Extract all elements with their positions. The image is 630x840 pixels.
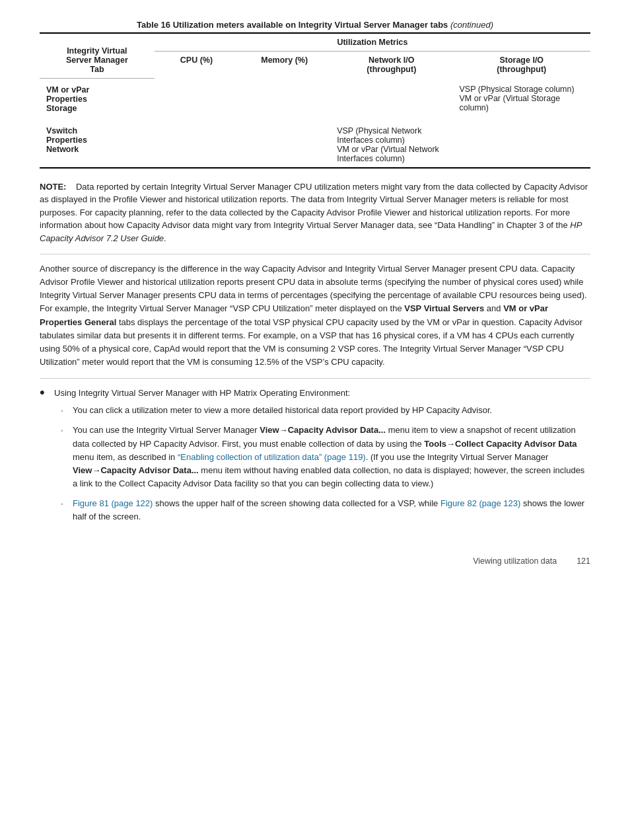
- col-header-memory: Memory (%): [238, 52, 330, 79]
- table-row: VswitchPropertiesNetwork VSP (Physical N…: [40, 117, 590, 168]
- bold-tools-collect: Tools→Collect Capacity Advisor Data: [424, 439, 577, 449]
- col-header-cpu: CPU (%): [155, 52, 238, 79]
- footer-section-label: Viewing utilization data: [473, 556, 557, 566]
- section-divider-2: [40, 378, 590, 379]
- row-memory: [238, 78, 330, 117]
- link-figure-81[interactable]: Figure 81 (page 122): [73, 498, 153, 508]
- note-text: Data reported by certain Integrity Virtu…: [40, 182, 588, 243]
- sub-bullet-content-3: Figure 81 (page 122) shows the upper hal…: [73, 497, 590, 523]
- row-cpu: [155, 78, 238, 117]
- bullet-main-text: Using Integrity Virtual Server Manager w…: [54, 388, 350, 398]
- page-footer: Viewing utilization data 121: [40, 556, 590, 566]
- table-title: Table 16 Utilization meters available on…: [40, 20, 590, 30]
- col-header-tab: Integrity VirtualServer ManagerTab: [40, 33, 155, 78]
- row-tab-label: VM or vParPropertiesStorage: [40, 78, 155, 117]
- sub-bullet-dot-3: ◦: [61, 499, 73, 510]
- sub-bullet-list: ◦ You can click a utilization meter to v…: [54, 404, 590, 523]
- bullet-item: • Using Integrity Virtual Server Manager…: [40, 387, 590, 530]
- section-divider: [40, 254, 590, 254]
- bullet-section: • Using Integrity Virtual Server Manager…: [40, 387, 590, 530]
- row-tab-label: VswitchPropertiesNetwork: [40, 117, 155, 168]
- row-storage: VSP (Physical Storage column)VM or vPar …: [452, 78, 590, 117]
- row-cpu: [155, 117, 238, 168]
- bullet-content: Using Integrity Virtual Server Manager w…: [54, 387, 590, 530]
- col-header-storage: Storage I/O(throughput): [452, 52, 590, 79]
- bold-view-capacity: View→Capacity Advisor Data...: [260, 425, 386, 435]
- sub-bullet-item-3: ◦ Figure 81 (page 122) shows the upper h…: [61, 497, 590, 523]
- link-enabling-collection[interactable]: “Enabling collection of utilization data…: [178, 452, 366, 462]
- table-title-text: Table 16 Utilization meters available on…: [137, 20, 448, 30]
- col-header-utilization-group: Utilization Metrics: [155, 33, 590, 52]
- sub-bullet-item-1: ◦ You can click a utilization meter to v…: [61, 404, 590, 417]
- row-network: [330, 78, 452, 117]
- table-continued-label: (continued): [450, 20, 493, 30]
- utilization-table: Integrity VirtualServer ManagerTab Utili…: [40, 32, 590, 169]
- footer-page-number: 121: [577, 556, 590, 566]
- sub-bullet-content-1: You can click a utilization meter to vie…: [73, 404, 492, 417]
- row-memory: [238, 117, 330, 168]
- sub-bullet-dot-2: ◦: [61, 426, 73, 436]
- bold-vsp-virtual-servers: VSP Virtual Servers: [404, 303, 484, 313]
- sub-bullet-item-2: ◦ You can use the Integrity Virtual Serv…: [61, 424, 590, 490]
- table-row: VM or vParPropertiesStorage VSP (Physica…: [40, 78, 590, 117]
- note-label: NOTE:: [40, 182, 66, 192]
- bullet-dot: •: [40, 384, 54, 401]
- link-figure-82[interactable]: Figure 82 (page 123): [440, 498, 520, 508]
- note-section: NOTE: Data reported by certain Integrity…: [40, 180, 590, 245]
- bold-view-capacity-2: View→Capacity Advisor Data...: [73, 465, 199, 475]
- body-paragraph-1: Another source of discrepancy is the dif…: [40, 262, 590, 369]
- col-header-network: Network I/O(throughput): [330, 52, 452, 79]
- sub-bullet-content-2: You can use the Integrity Virtual Server…: [73, 424, 590, 490]
- sub-bullet-dot: ◦: [61, 406, 73, 416]
- row-storage: [452, 117, 590, 168]
- row-network: VSP (Physical Network Interfaces column)…: [330, 117, 452, 168]
